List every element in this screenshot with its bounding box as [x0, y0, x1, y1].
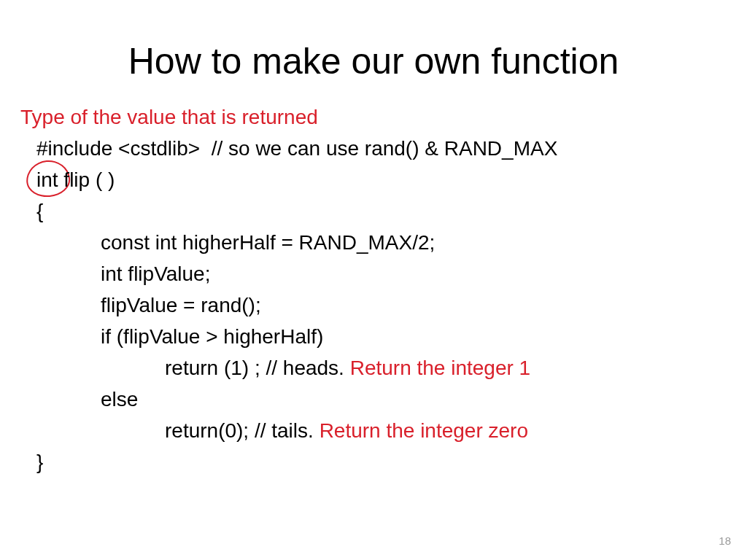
code-line: #include <cstdlib> // so we can use rand…	[36, 137, 557, 160]
slide: How to make our own function Type of the…	[0, 0, 747, 560]
page-number: 18	[719, 534, 731, 547]
code-comment: Return the integer zero	[320, 419, 528, 442]
code-line: else	[101, 388, 138, 411]
code-line: int flip ( )	[36, 168, 115, 191]
code-comment: Return the integer 1	[350, 357, 531, 379]
code-block: #include <cstdlib> // so we can use rand…	[36, 133, 557, 478]
code-line: }	[36, 451, 43, 473]
slide-title: How to make our own function	[0, 40, 747, 82]
return-type-annotation: Type of the value that is returned	[20, 106, 318, 129]
code-line: {	[36, 200, 43, 222]
code-line: return(0); // tails.	[165, 419, 320, 442]
code-line: if (flipValue > higherHalf)	[101, 325, 323, 348]
code-line: const int higherHalf = RAND_MAX/2;	[101, 231, 435, 254]
code-line: flipValue = rand();	[101, 294, 261, 316]
code-line: int flipValue;	[101, 262, 210, 285]
code-line: return (1) ; // heads.	[165, 357, 350, 379]
